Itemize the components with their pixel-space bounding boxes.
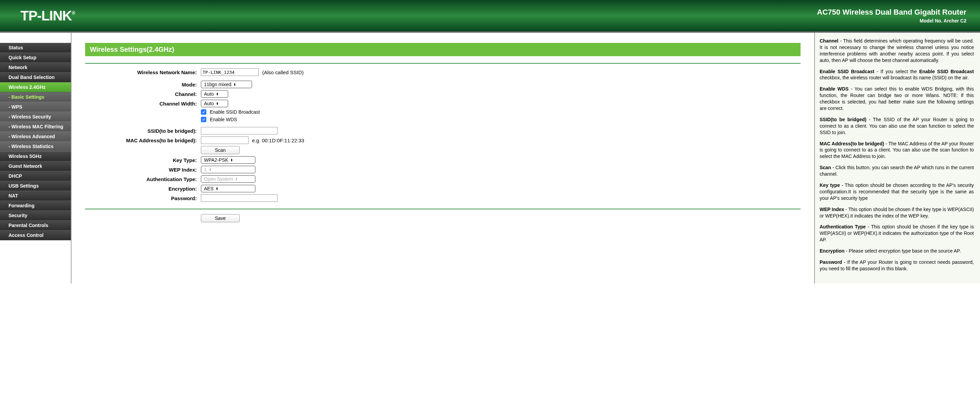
help-term: Enable WDS [819,86,849,92]
label-auth-type: Authentication Type: [85,176,201,182]
divider [85,208,800,209]
input-bridged-mac[interactable] [201,137,248,144]
nav-wireless-24[interactable]: Wireless 2.4GHz [0,83,71,92]
chevron-updown-icon: ▴▾ [209,168,211,171]
help-term: Authentication Type [819,224,865,229]
select-wep-index: 1 ▴▾ [201,166,255,173]
input-bridged-ssid[interactable] [201,127,277,134]
help-term: Password [819,259,842,265]
label-channel-width: Channel Width: [85,101,201,107]
select-authtype-value: Open System [204,176,233,182]
help-term: WEP Index [819,207,844,212]
help-term: Encryption [819,248,845,254]
nav-parental-controls[interactable]: Parental Controls [0,221,71,231]
checkbox-enable-wds[interactable]: ✓ [201,117,206,122]
chevron-updown-icon: ▴▾ [216,102,218,105]
brand-logo: TP-LINK® [21,8,75,24]
checkbox-ssid-broadcast[interactable]: ✓ [201,109,206,115]
divider [85,63,800,64]
nav-network[interactable]: Network [0,63,71,73]
help-term: Enable SSID Broadcast [819,69,875,74]
help-term: Key type [819,183,840,188]
label-encryption: Encryption: [85,186,201,192]
label-network-name: Wireless Network Name: [85,70,201,75]
select-encryption-value: AES [204,186,213,191]
label-key-type: Key Type: [85,157,201,163]
help-term: Channel [819,38,838,44]
help-panel: Channel - This field determines which op… [815,33,980,283]
chevron-updown-icon: ▴▾ [231,158,232,162]
hint-ssid: (Also called SSID) [262,70,304,75]
select-auth-type: Open System ▴▾ [201,175,255,183]
label-bridged-mac: MAC Address(to be bridged): [85,137,201,143]
select-mode-value: 11bgn mixed [204,82,231,87]
main-panel: Wireless Settings(2.4GHz) Wireless Netwo… [71,33,815,283]
product-title: AC750 Wireless Dual Band Gigabit Router [817,8,966,17]
label-enable-wds: Enable WDS [210,117,237,122]
chevron-updown-icon: ▴▾ [234,83,235,86]
help-term: Scan [819,165,831,170]
nav-basic-settings[interactable]: - Basic Settings [0,92,71,102]
chevron-updown-icon: ▴▾ [216,92,218,95]
select-keytype-value: WPA2-PSK [204,157,228,163]
label-bridged-ssid: SSID(to be bridged): [85,128,201,134]
nav-wireless-security[interactable]: - Wireless Security [0,112,71,122]
nav-guest-network[interactable]: Guest Network [0,161,71,171]
page-title: Wireless Settings(2.4GHz) [85,43,800,56]
save-button[interactable]: Save [201,214,240,222]
help-term: SSID(to be bridged) [819,117,866,122]
nav-wireless-5[interactable]: Wireless 5GHz [0,151,71,161]
help-term: MAC Address(to be bridged) [819,141,884,146]
select-mode[interactable]: 11bgn mixed ▴▾ [201,81,252,88]
select-channel[interactable]: Auto ▴▾ [201,90,228,98]
select-encryption[interactable]: AES ▴▾ [201,185,255,193]
label-password: Password: [85,196,201,201]
hint-mac: e.g. 00:1D:0F:11:22:33 [252,137,304,143]
chevron-updown-icon: ▴▾ [235,177,237,181]
nav-quick-setup[interactable]: Quick Setup [0,53,71,63]
header-right: AC750 Wireless Dual Band Gigabit Router … [817,8,970,24]
header: TP-LINK® AC750 Wireless Dual Band Gigabi… [0,0,980,33]
model-number: Model No. Archer C2 [817,18,966,24]
input-network-name[interactable] [201,68,259,76]
select-wepindex-value: 1 [204,167,207,172]
nav-access-control[interactable]: Access Control [0,231,71,240]
label-ssid-broadcast: Enable SSID Broadcast [210,109,260,115]
nav-wps[interactable]: - WPS [0,102,71,112]
nav-wireless-advanced[interactable]: - Wireless Advanced [0,132,71,142]
select-width-value: Auto [204,101,214,106]
select-channel-value: Auto [204,91,214,97]
nav-security[interactable]: Security [0,211,71,221]
nav-usb-settings[interactable]: USB Settings [0,181,71,191]
nav-mac-filtering[interactable]: - Wireless MAC Filtering [0,122,71,132]
label-mode: Mode: [85,82,201,88]
chevron-updown-icon: ▴▾ [216,187,218,190]
label-wep-index: WEP Index: [85,167,201,173]
select-channel-width[interactable]: Auto ▴▾ [201,100,228,107]
nav-dhcp[interactable]: DHCP [0,171,71,181]
scan-button[interactable]: Scan [201,146,240,154]
nav-wireless-statistics[interactable]: - Wireless Statistics [0,142,71,151]
nav-forwarding[interactable]: Forwarding [0,201,71,211]
label-channel: Channel: [85,91,201,97]
nav-dual-band[interactable]: Dual Band Selection [0,73,71,83]
nav-nat[interactable]: NAT [0,191,71,201]
nav-status[interactable]: Status [0,43,71,53]
select-key-type[interactable]: WPA2-PSK ▴▾ [201,156,255,164]
input-password[interactable] [201,194,277,202]
sidebar: Status Quick Setup Network Dual Band Sel… [0,33,71,283]
